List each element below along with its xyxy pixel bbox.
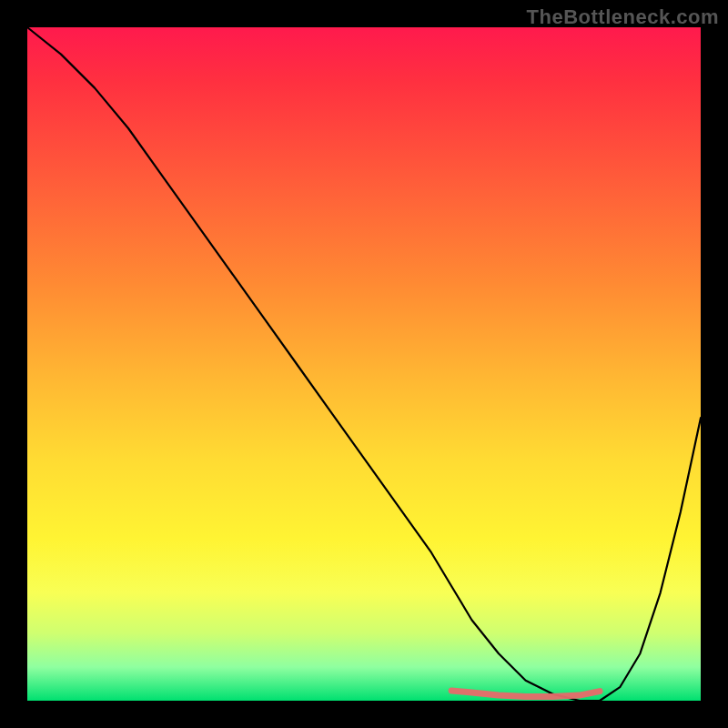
- chart-frame: TheBottleneck.com: [0, 0, 728, 728]
- chart-svg: [27, 27, 701, 701]
- watermark-text: TheBottleneck.com: [527, 5, 719, 29]
- plot-outer: [27, 27, 701, 701]
- bottleneck-curve: [27, 27, 701, 701]
- sweet-spot-highlight: [451, 691, 600, 697]
